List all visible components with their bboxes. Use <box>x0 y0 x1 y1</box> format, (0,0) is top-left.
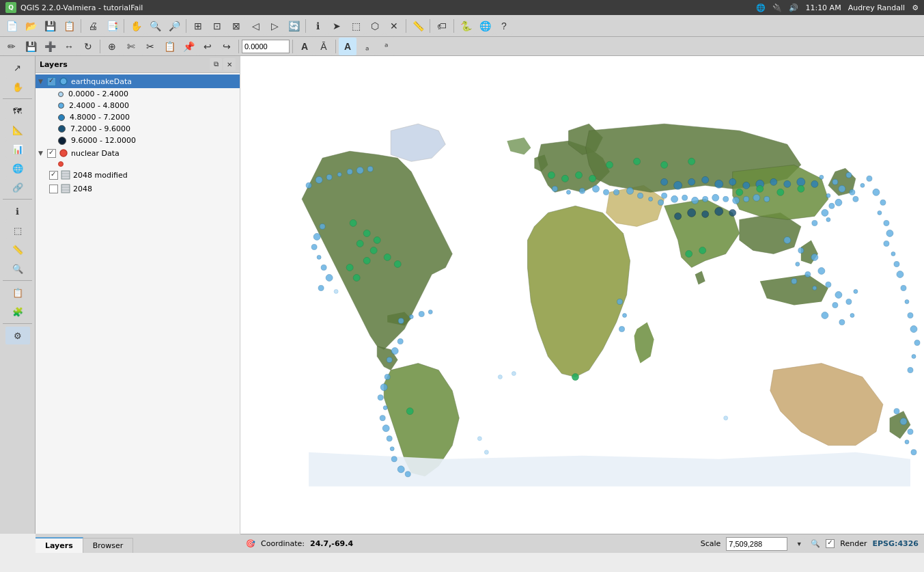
layer-nucleardata[interactable]: ▼ nuclear Data <box>36 146 240 160</box>
zoom-in-button[interactable]: 🔍 <box>146 17 164 35</box>
zoom-last-button[interactable]: ◁ <box>247 17 264 35</box>
svg-point-30 <box>894 261 899 267</box>
label-text-button[interactable]: A <box>296 38 313 55</box>
add-vector-button[interactable]: 📐 <box>5 121 30 139</box>
labeling-button[interactable]: A <box>339 38 356 55</box>
expand-arrow-nuclear[interactable]: ▼ <box>38 150 45 156</box>
render-checkbox[interactable] <box>826 539 835 548</box>
add-raster-button[interactable]: 🗺 <box>5 102 30 120</box>
svg-point-161 <box>777 189 784 195</box>
select-tool[interactable]: ↗ <box>5 59 30 77</box>
save-button[interactable]: 💾 <box>41 17 59 35</box>
add-wfs-button[interactable]: 🔗 <box>5 178 30 196</box>
node-tool-button[interactable]: ⊕ <box>103 38 121 55</box>
undo-button[interactable]: ↩ <box>199 38 216 55</box>
add-csv-button[interactable]: 📊 <box>5 140 30 158</box>
layers-tab[interactable]: Layers <box>36 537 83 553</box>
open-button[interactable]: 📂 <box>22 17 40 35</box>
tool-separator <box>3 199 31 200</box>
layer-earthquakedata[interactable]: ▼ earthquakeData <box>36 74 240 88</box>
svg-point-79 <box>326 274 333 281</box>
svg-point-12 <box>846 172 852 178</box>
browser-button[interactable]: 🌐 <box>476 17 494 35</box>
scale-dropdown[interactable]: ▼ <box>793 538 805 550</box>
svg-point-44 <box>818 267 825 274</box>
delete-feature-button[interactable]: ✄ <box>122 38 140 55</box>
layer-2048modified[interactable]: 2048 modified <box>36 168 240 182</box>
label-pin-button[interactable]: ₐ <box>358 38 376 55</box>
window-title: QGIS 2.2.0-Valmiera - tutorialFail <box>20 3 756 12</box>
scale-input[interactable] <box>726 537 787 551</box>
help-button[interactable]: ? <box>495 17 513 35</box>
toggle-edit-button[interactable]: ✏ <box>3 38 20 55</box>
zoom-full-button[interactable]: ⊞ <box>189 17 207 35</box>
svg-point-112 <box>484 450 488 454</box>
svg-point-57 <box>908 429 913 435</box>
select-rect-button[interactable]: ⬚ <box>347 17 365 35</box>
expand-arrow-earthquake[interactable]: ▼ <box>38 78 45 85</box>
layers-panel-close[interactable]: ✕ <box>223 58 236 70</box>
svg-point-9 <box>832 179 838 185</box>
zoom-selection-button[interactable]: ⊠ <box>227 17 245 35</box>
identify-button[interactable]: ℹ <box>309 17 326 35</box>
svg-point-144 <box>356 240 363 247</box>
save-layer-button[interactable]: 💾 <box>22 38 40 55</box>
measure-button[interactable]: 📏 <box>409 17 427 35</box>
svg-point-154 <box>589 175 596 182</box>
save-as-button[interactable]: 📋 <box>60 17 78 35</box>
select-poly-button[interactable]: ⬡ <box>366 17 384 35</box>
svg-point-81 <box>306 182 311 188</box>
redo-button[interactable]: ↪ <box>218 38 236 55</box>
attribute-table-tool[interactable]: 📋 <box>5 284 30 301</box>
refresh-button[interactable]: 🔄 <box>285 17 303 35</box>
rotate-feature-button[interactable]: ↻ <box>79 38 97 55</box>
svg-point-10 <box>839 185 845 192</box>
svg-point-33 <box>905 300 909 304</box>
zoom-next-button[interactable]: ▷ <box>266 17 283 35</box>
paste-feature-button[interactable]: 📌 <box>180 38 197 55</box>
svg-point-108 <box>419 312 424 317</box>
layer-visible-cb-2048[interactable] <box>49 185 58 193</box>
python-button[interactable]: 🐍 <box>457 17 475 35</box>
zoom-in-tool[interactable]: 🔍 <box>5 260 30 277</box>
cut-feature-button[interactable]: ✂ <box>141 38 159 55</box>
svg-point-141 <box>350 219 356 226</box>
move-feature-button[interactable]: ↔ <box>60 38 78 55</box>
browser-tab[interactable]: Browser <box>83 538 134 553</box>
print-button2[interactable]: 📑 <box>103 17 121 35</box>
layer-2048[interactable]: 2048 <box>36 182 240 195</box>
select-tool2[interactable]: ⬚ <box>5 221 30 239</box>
measure-tool[interactable]: 📏 <box>5 241 30 258</box>
plugins-tool[interactable]: 🧩 <box>5 303 30 321</box>
pan-button[interactable]: ✋ <box>127 17 145 35</box>
svg-point-137 <box>733 197 740 204</box>
layer-visible-cb-nuclear[interactable] <box>47 149 56 158</box>
svg-point-131 <box>671 195 678 202</box>
map-canvas[interactable] <box>240 56 924 534</box>
add-wms-button[interactable]: 🌐 <box>5 159 30 177</box>
svg-point-122 <box>715 180 723 188</box>
identify-tool[interactable]: ℹ <box>5 202 30 220</box>
offset-input[interactable] <box>242 40 290 53</box>
layer-visible-cb-2048mod[interactable] <box>49 171 58 180</box>
deselect-button[interactable]: ✕ <box>385 17 403 35</box>
svg-point-62 <box>378 395 383 400</box>
label-button[interactable]: 🏷 <box>433 17 451 35</box>
settings-tool[interactable]: ⚙ <box>5 327 30 344</box>
svg-point-49 <box>846 299 852 305</box>
label-move-button[interactable]: ᵃ <box>377 38 395 55</box>
add-feature-button[interactable]: ➕ <box>41 38 59 55</box>
print-composer-button[interactable]: 🖨 <box>84 17 102 35</box>
pan-tool[interactable]: ✋ <box>5 78 30 96</box>
svg-rect-5 <box>61 185 70 193</box>
layer-visible-cb-earthquake[interactable] <box>47 77 56 86</box>
copy-feature-button[interactable]: 📋 <box>160 38 178 55</box>
select-button[interactable]: ➤ <box>328 17 346 35</box>
layers-panel-float[interactable]: ⧉ <box>210 58 222 70</box>
label-text-button2[interactable]: Ā <box>315 38 333 55</box>
new-button[interactable]: 📄 <box>3 17 20 35</box>
zoom-layer-button[interactable]: ⊡ <box>208 17 226 35</box>
svg-point-164 <box>686 250 692 257</box>
svg-point-25 <box>878 210 882 215</box>
zoom-out-button[interactable]: 🔎 <box>165 17 183 35</box>
